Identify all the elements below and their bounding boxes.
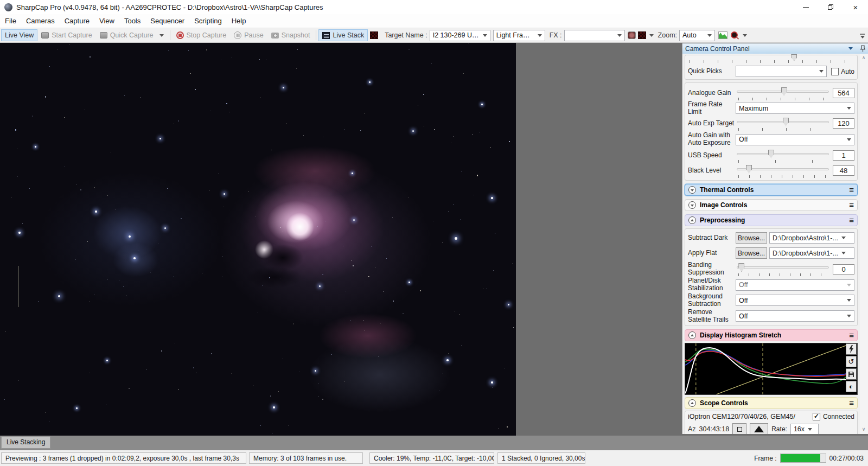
menu-cameras[interactable]: Cameras: [21, 15, 60, 27]
snapshot-icon: [271, 33, 279, 39]
quick-picks-auto-checkbox[interactable]: [831, 68, 839, 75]
histogram-curves: [685, 343, 846, 394]
expand-icon[interactable]: [688, 201, 696, 209]
quick-picks-combo[interactable]: [736, 66, 827, 77]
save-stretch-button[interactable]: [846, 368, 857, 380]
camera-control-panel: Camera Control Panel Quick Picks: [682, 43, 868, 434]
satellite-trail: [18, 266, 18, 307]
menu-bar: File Cameras Capture View Tools Sequence…: [0, 14, 868, 28]
section-image-controls[interactable]: Image Controls ≡: [685, 199, 858, 211]
planet-disk-combo: Off: [736, 279, 854, 291]
banding-suppression-slider[interactable]: [737, 262, 829, 276]
fx-dark-icon[interactable]: [638, 31, 646, 39]
panel-scrollbar[interactable]: ∧ ∨: [859, 54, 868, 434]
collapse-icon[interactable]: [688, 399, 696, 407]
stop-capture-button[interactable]: Stop Capture: [173, 29, 231, 41]
camera-control-panel-header[interactable]: Camera Control Panel: [682, 43, 868, 54]
menu-capture[interactable]: Capture: [60, 15, 94, 27]
reset-stretch-button[interactable]: ↺: [846, 356, 857, 367]
menu-file[interactable]: File: [0, 15, 21, 27]
fx-more-chevron-icon[interactable]: [649, 34, 654, 37]
subtract-dark-combo[interactable]: D:\Dropbox\Astro\1-...: [769, 232, 854, 244]
menu-scripting[interactable]: Scripting: [189, 15, 227, 27]
background-subtraction-combo[interactable]: Off: [736, 295, 854, 306]
menu-view[interactable]: View: [94, 15, 119, 27]
fx-combo[interactable]: [564, 30, 625, 41]
scope-connected-checkbox[interactable]: [813, 413, 820, 420]
tools-more-chevron-icon[interactable]: [743, 34, 747, 37]
usb-speed-value[interactable]: 1: [833, 150, 854, 161]
fx-preview-icon[interactable]: [628, 31, 636, 39]
analogue-gain-slider[interactable]: [737, 86, 829, 100]
auto-gain-auto-exp-combo[interactable]: Off: [736, 134, 854, 145]
histogram-display[interactable]: ↺ ◐: [685, 343, 858, 395]
scope-device-name: iOptron CEM120/70/40/26, GEM45/: [688, 413, 813, 420]
scope-north-button[interactable]: [750, 423, 768, 434]
rate-combo[interactable]: 16x: [790, 424, 819, 435]
snapshot-button[interactable]: Snapshot: [267, 29, 314, 41]
scope-az-value: 304:43:18: [699, 425, 730, 433]
panel-menu-chevron-icon[interactable]: [848, 47, 853, 50]
sharpcap-window: SharpCap Pro (v4.0.9478, 64 bit) - AA269…: [0, 0, 868, 466]
section-thermal-controls[interactable]: Thermal Controls ≡: [685, 184, 858, 196]
pause-button[interactable]: Pause: [230, 29, 267, 41]
chevron-down-icon: [847, 107, 851, 110]
frame-time: 00:27/00:03: [829, 455, 864, 462]
quick-capture-dropdown-icon[interactable]: [159, 34, 164, 37]
title-bar: SharpCap Pro (v4.0.9478, 64 bit) - AA269…: [0, 0, 868, 14]
minimize-button[interactable]: [793, 0, 818, 14]
subtract-dark-browse-button[interactable]: Browse...: [736, 232, 767, 244]
frame-progress-fill: [781, 454, 820, 462]
live-stacking-tab[interactable]: Live Stacking: [1, 436, 50, 449]
scope-stop-button[interactable]: [732, 423, 746, 434]
auto-exp-target-value[interactable]: 120: [833, 118, 854, 129]
quick-capture-icon: [100, 32, 107, 39]
apply-flat-browse-button[interactable]: Browse...: [736, 247, 767, 259]
apply-flat-combo[interactable]: D:\Dropbox\Astro\1-...: [769, 247, 854, 259]
menu-tools[interactable]: Tools: [119, 15, 145, 27]
reticle-tool-icon[interactable]: [730, 31, 739, 40]
live-image-view[interactable]: [0, 43, 516, 436]
stop-icon: [176, 31, 184, 39]
analogue-gain-value[interactable]: 564: [833, 88, 854, 98]
zoom-combo[interactable]: Auto: [679, 30, 715, 41]
toggle-stretch-button[interactable]: ◐: [846, 381, 857, 392]
frame-rate-limit-combo[interactable]: Maximum: [736, 103, 854, 114]
black-level-slider[interactable]: [737, 164, 829, 178]
auto-stretch-button[interactable]: [846, 343, 857, 355]
start-capture-button[interactable]: Start Capture: [37, 29, 95, 41]
quick-capture-button[interactable]: Quick Capture: [96, 29, 168, 41]
collapse-icon[interactable]: [688, 216, 696, 224]
expand-icon[interactable]: [688, 186, 696, 194]
scroll-up-icon[interactable]: ∧: [859, 55, 868, 60]
chevron-down-icon: [841, 252, 846, 254]
banding-suppression-value[interactable]: 0: [833, 264, 854, 275]
histogram-tool-icon[interactable]: [718, 31, 727, 39]
collapse-icon[interactable]: [688, 331, 696, 339]
scroll-down-icon[interactable]: ∨: [859, 426, 868, 432]
section-scope-controls[interactable]: Scope Controls ≡: [685, 397, 858, 409]
section-preprocessing[interactable]: Preprocessing ≡: [685, 214, 858, 226]
fx-label: FX :: [550, 31, 562, 39]
auto-exp-target-slider[interactable]: [737, 117, 829, 131]
status-stacking: 1 Stacked, 0 Ignored, 30,00s: [497, 452, 585, 464]
toolbar-overflow-button[interactable]: [860, 33, 865, 39]
pin-icon[interactable]: [860, 45, 865, 52]
remove-satellite-trails-combo[interactable]: Off: [736, 310, 854, 322]
auto-exp-target-label: Auto Exp Target: [688, 120, 736, 127]
menu-sequencer[interactable]: Sequencer: [145, 15, 189, 27]
target-name-combo[interactable]: I2 130-269 UVIR: [430, 30, 490, 41]
black-level-value[interactable]: 48: [833, 165, 854, 176]
close-button[interactable]: ×: [843, 0, 868, 14]
background-subtraction-label: Background Subtraction: [688, 293, 736, 308]
dark-frame-indicator-icon[interactable]: [370, 31, 378, 39]
frame-type-combo[interactable]: Light Frames: [493, 30, 545, 41]
usb-speed-label: USB Speed: [688, 152, 736, 159]
menu-help[interactable]: Help: [227, 15, 251, 27]
restore-button[interactable]: [818, 0, 843, 14]
usb-speed-slider[interactable]: [737, 149, 829, 163]
live-stack-button[interactable]: Live Stack: [318, 29, 368, 41]
chevron-down-icon: [847, 284, 851, 286]
live-view-button[interactable]: Live View: [1, 29, 37, 41]
section-display-histogram-stretch[interactable]: Display Histogram Stretch ≡: [685, 329, 858, 341]
